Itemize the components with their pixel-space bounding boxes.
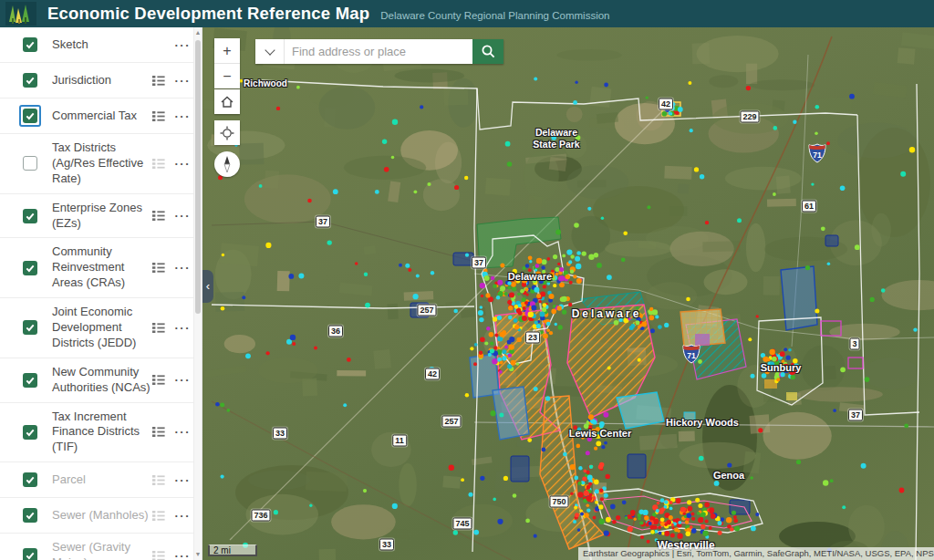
search-source-dropdown[interactable] [255,39,285,64]
checkbox-checked-icon [23,109,37,123]
legend-icon[interactable] [152,75,171,87]
legend-icon[interactable] [152,210,171,222]
legend-icon[interactable] [152,510,171,522]
layer-label: Jurisdiction [52,73,152,88]
layer-checkbox[interactable] [19,69,41,91]
overflow-menu-icon[interactable]: ··· [171,262,191,274]
layer-label: Sewer (Gravity Mains) [52,540,152,560]
checkbox-checked-icon [23,73,37,88]
checkbox-checked-icon [23,37,37,52]
home-button[interactable] [214,89,240,114]
layer-checkbox[interactable] [19,257,41,279]
basemap-imagery [202,27,934,560]
route-shield: 736 [251,510,270,522]
scroll-down-icon[interactable]: ▼ [194,550,202,559]
home-icon [220,95,234,109]
route-shield: 750 [549,496,568,508]
map-canvas[interactable]: RichwoodDelawareState ParkDelawareDelawa… [202,27,934,560]
overflow-menu-icon[interactable]: ··· [171,322,191,334]
legend-icon[interactable] [152,262,171,274]
route-shield: 42 [425,368,440,380]
layer-label: Enterprise Zones (EZs) [52,201,152,232]
scroll-up-icon[interactable]: ▲ [194,28,202,37]
map-place-label: Richwood [244,78,287,90]
layer-checkbox[interactable] [19,369,41,391]
legend-icon[interactable] [152,374,171,386]
collapse-panel-button[interactable]: ‹ [202,270,213,303]
compass-needle-icon [221,155,234,173]
layer-checkbox[interactable] [19,105,41,127]
layer-checkbox[interactable] [19,152,41,174]
zoom-in-button[interactable]: + [214,38,240,63]
checkbox-checked-icon [23,508,37,523]
compass-button[interactable] [214,151,240,177]
drpc-logo-icon [5,2,36,26]
route-shield: 37 [472,257,486,269]
route-shield: 42 [659,99,673,110]
zoom-out-button[interactable]: − [214,64,240,88]
route-shield: 36 [328,326,343,337]
layer-label: Community Reinvestment Areas (CRAs) [52,244,152,291]
legend-icon[interactable] [152,550,171,560]
layer-checkbox[interactable] [19,34,41,56]
legend-icon[interactable] [152,426,171,438]
scale-bar-label: 2 mi [213,545,231,555]
overflow-menu-icon[interactable]: ··· [171,474,191,486]
app-window: Economic Development Reference Map Delaw… [0,0,934,560]
overflow-menu-icon[interactable]: ··· [171,75,191,87]
checkbox-checked-icon [23,472,37,487]
chevron-down-icon [265,45,275,55]
route-shield: 11 [392,435,407,447]
scrollbar-thumb[interactable] [195,40,201,314]
legend-icon[interactable] [152,110,171,122]
overflow-menu-icon[interactable]: ··· [171,210,191,222]
overflow-menu-icon[interactable]: ··· [171,39,191,51]
layer-label: Parcel [52,472,152,488]
route-shield: 257 [417,305,436,316]
layer-label: Joint Economic Development Districts (JE… [52,305,152,351]
layer-label: Commercial Tax [52,109,152,124]
search-widget [255,39,503,64]
overflow-menu-icon[interactable]: ··· [171,550,191,560]
checkbox-checked-icon [23,209,37,223]
overflow-menu-icon[interactable]: ··· [171,374,191,386]
route-shield: 37 [316,216,330,228]
layer-checkbox[interactable] [19,504,41,526]
locate-button[interactable] [214,120,240,145]
overflow-menu-icon[interactable]: ··· [171,158,191,170]
layer-checkbox[interactable] [19,421,41,443]
layer-checkbox[interactable] [19,316,41,338]
layer-row: Sewer (Gravity Mains)··· [0,534,202,560]
layer-list: Sketch···Jurisdiction···Commercial Tax··… [0,27,202,560]
route-shield: 745 [452,518,472,530]
layer-row: Sketch··· [0,27,202,63]
zoom-control: + − [214,38,240,88]
map-place-label: Lewis Center [569,428,631,441]
map-place-label: Genoa [713,470,744,482]
legend-icon[interactable] [152,474,171,486]
overflow-menu-icon[interactable]: ··· [171,426,191,438]
map-attribution: Earthstar Geographics | Esri, TomTom, Ga… [578,547,934,560]
interstate-shield-icon: 71 [808,143,826,167]
overflow-menu-icon[interactable]: ··· [171,510,191,522]
legend-icon[interactable] [152,322,171,334]
map-place-label: Sunbury [761,362,802,375]
layer-row: Tax Increment Finance Districts (TIF)··· [0,403,202,463]
layer-checkbox[interactable] [19,469,41,491]
route-shield: 3 [849,338,859,350]
layer-checkbox[interactable] [19,544,41,560]
map-place-label: DelawareState Park [533,127,579,150]
legend-icon[interactable] [152,158,171,170]
search-input[interactable] [285,39,472,64]
panel-scrollbar[interactable]: ▲ ▼ [193,27,202,560]
scale-bar: 2 mi [208,544,257,556]
route-shield: 37 [848,410,863,421]
layer-label: Sketch [52,37,152,53]
overflow-menu-icon[interactable]: ··· [171,110,191,122]
layer-row: New Community Authorities (NCAs)··· [0,358,202,403]
layer-row: Enterprise Zones (EZs)··· [0,194,202,239]
route-shield: 33 [273,428,287,440]
search-button[interactable] [472,39,503,64]
layer-checkbox[interactable] [19,205,41,227]
page-subtitle: Delaware County Regional Planning Commis… [380,10,609,21]
